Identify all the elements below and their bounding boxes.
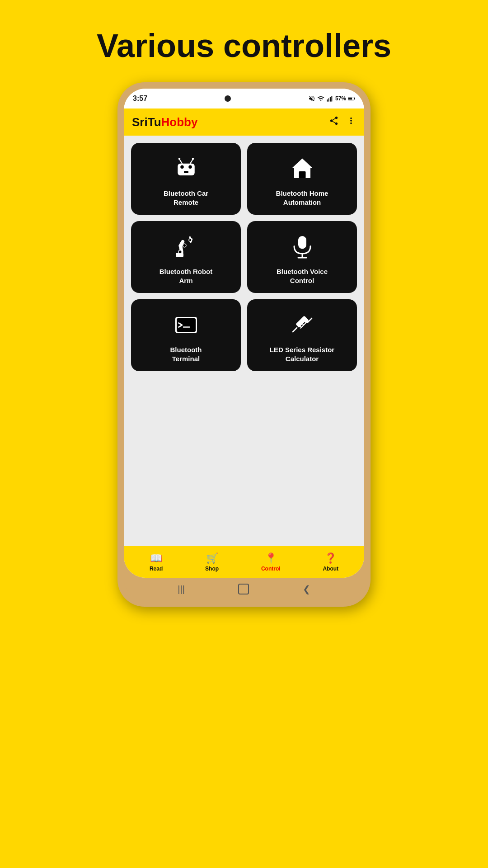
svg-rect-17 (299, 171, 305, 178)
svg-rect-6 (348, 98, 352, 100)
svg-line-32 (293, 328, 297, 332)
svg-point-25 (189, 239, 192, 241)
card-bluetooth-robot-arm[interactable]: Bluetooth RobotArm (131, 221, 241, 293)
nav-label-read: Read (150, 566, 163, 572)
svg-line-12 (179, 159, 182, 164)
nav-shop[interactable]: 🛒 Shop (205, 552, 219, 572)
svg-line-13 (190, 159, 193, 164)
svg-point-10 (188, 165, 192, 169)
card-label-car-remote: Bluetooth CarRemote (164, 189, 208, 207)
cart-icon: 🛒 (206, 552, 218, 564)
bottom-nav: 📖 Read 🛒 Shop 📍 Control ❓ About (124, 546, 364, 578)
app-title: SriTuHobby (132, 115, 197, 129)
card-label-led-resistor: LED Series ResistorCalculator (270, 345, 334, 363)
svg-rect-11 (183, 171, 188, 173)
pin-icon: 📍 (265, 552, 277, 564)
card-label-robot-arm: Bluetooth RobotArm (160, 267, 212, 285)
svg-rect-1 (328, 98, 329, 101)
svg-rect-0 (327, 99, 328, 102)
robot-arm-icon (170, 231, 202, 263)
app-bar: SriTuHobby (124, 108, 364, 136)
svg-rect-7 (178, 164, 195, 175)
status-bar: 3:57 57% (124, 89, 364, 108)
card-label-terminal: BluetoothTerminal (170, 345, 202, 363)
svg-point-9 (180, 165, 184, 169)
home-gesture-icon (238, 584, 249, 594)
card-label-home-automation: Bluetooth HomeAutomation (276, 189, 328, 207)
svg-rect-30 (177, 318, 196, 332)
back-gesture-icon: ||| (178, 584, 185, 594)
svg-rect-34 (296, 316, 309, 329)
app-title-red: Hobby (161, 115, 198, 129)
status-time: 3:57 (133, 94, 147, 103)
nav-about[interactable]: ❓ About (323, 552, 338, 572)
page-title: Various controllers (97, 27, 391, 64)
phone-screen: 3:57 57% SriTuHobby (124, 89, 364, 578)
card-led-resistor-calculator[interactable]: LED Series ResistorCalculator (247, 299, 357, 371)
car-remote-icon (170, 153, 202, 184)
nav-control[interactable]: 📍 Control (261, 552, 281, 572)
question-icon: ❓ (324, 552, 337, 564)
terminal-icon (170, 309, 202, 341)
svg-rect-26 (298, 236, 306, 249)
resistor-icon (286, 309, 318, 341)
status-icons: 57% (308, 95, 355, 102)
microphone-icon (286, 231, 318, 263)
svg-rect-3 (331, 96, 332, 102)
svg-point-23 (178, 250, 182, 254)
svg-rect-5 (354, 98, 355, 99)
share-icon[interactable] (329, 116, 339, 128)
home-icon (286, 153, 318, 184)
app-title-black: SriTu (132, 115, 161, 129)
book-icon: 📖 (150, 552, 162, 564)
svg-rect-2 (330, 97, 331, 102)
home-bar: ||| ❮ (124, 578, 364, 600)
nav-read[interactable]: 📖 Read (150, 552, 163, 572)
svg-point-24 (183, 244, 186, 247)
status-camera (225, 95, 231, 102)
nav-label-shop: Shop (205, 566, 219, 572)
card-label-voice-control: Bluetooth VoiceControl (277, 267, 328, 285)
nav-label-control: Control (261, 566, 281, 572)
phone-frame: 3:57 57% SriTuHobby (117, 82, 371, 607)
svg-point-14 (178, 158, 180, 160)
card-bluetooth-home-automation[interactable]: Bluetooth HomeAutomation (247, 143, 357, 215)
card-bluetooth-voice-control[interactable]: Bluetooth VoiceControl (247, 221, 357, 293)
svg-point-15 (192, 158, 194, 160)
nav-label-about: About (323, 566, 338, 572)
menu-dots-icon[interactable] (346, 116, 356, 128)
recents-gesture-icon: ❮ (303, 584, 310, 594)
grid-area: Bluetooth CarRemote Bluetooth HomeAutoma… (124, 136, 364, 546)
card-bluetooth-car-remote[interactable]: Bluetooth CarRemote (131, 143, 241, 215)
battery-text: 57% (335, 95, 346, 102)
card-bluetooth-terminal[interactable]: BluetoothTerminal (131, 299, 241, 371)
app-bar-icons (329, 116, 356, 128)
